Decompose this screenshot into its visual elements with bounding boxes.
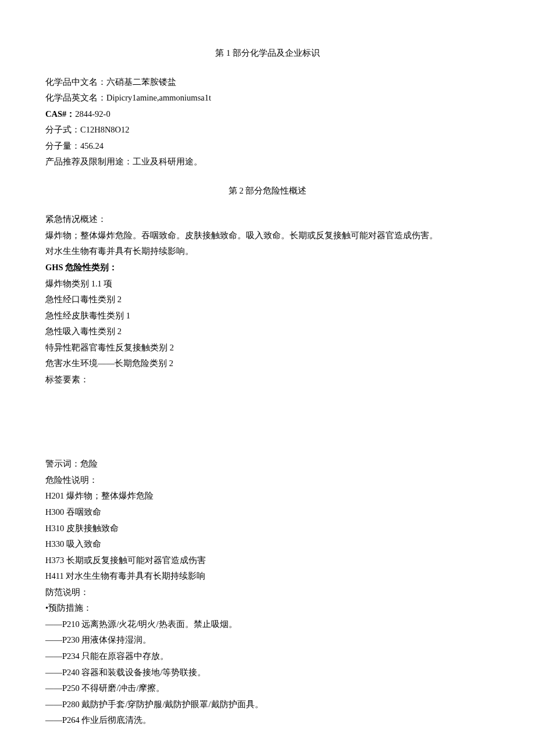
prevention-item: ——P280 戴防护手套/穿防护服/戴防护眼罩/戴防护面具。 xyxy=(45,697,490,713)
hazard-label: 危险性说明： xyxy=(45,472,490,489)
label-elements: 标签要素： xyxy=(45,372,490,388)
name-en-label: 化学品英文名： xyxy=(45,93,106,102)
prevention-item: ——P230 用液体保持湿润。 xyxy=(45,632,490,648)
hazard-item: H310 皮肤接触致命 xyxy=(45,521,490,537)
name-en-row: 化学品英文名：Dipicry1amine,ammoniumsa1t xyxy=(45,90,490,106)
hazard-item: H373 长期或反复接触可能对器官造成伤害 xyxy=(45,553,490,569)
prevention-item: ——P234 只能在原容器中存放。 xyxy=(45,648,490,665)
prevention-label: •预防措施： xyxy=(45,600,490,617)
use-value: 工业及科研用途。 xyxy=(133,157,202,166)
hazard-item: H201 爆炸物；整体爆炸危险 xyxy=(45,488,490,504)
ghs-item: 急性吸入毒性类别 2 xyxy=(45,324,490,340)
hazard-item: H330 吸入致命 xyxy=(45,536,490,553)
signal-word-row: 警示词：危险 xyxy=(45,456,490,472)
mw-value: 456.24 xyxy=(80,141,104,151)
use-label: 产品推荐及限制用途： xyxy=(45,157,133,166)
ghs-item: 特异性靶器官毒性反复接触类别 2 xyxy=(45,340,490,356)
pictogram-placeholder xyxy=(45,388,490,456)
section-1-body: 化学品中文名：六硝基二苯胺镂盐 化学品英文名：Dipicry1amine,amm… xyxy=(45,74,490,170)
ghs-item: 爆炸物类别 1.1 项 xyxy=(45,276,490,292)
name-cn-row: 化学品中文名：六硝基二苯胺镂盐 xyxy=(45,74,490,91)
name-cn-value: 六硝基二苯胺镂盐 xyxy=(106,77,176,87)
ghs-label: GHS 危险性类别： xyxy=(45,260,490,276)
emergency-line-2: 对水生生物有毒并具有长期持续影响。 xyxy=(45,243,490,260)
section-1-title: 第 1 部分化学品及企业标识 xyxy=(45,45,490,62)
formula-label: 分子式： xyxy=(45,125,80,134)
cas-label: CAS#： xyxy=(45,109,75,119)
prevention-item: ——P250 不得研磨/冲击/摩擦。 xyxy=(45,680,490,697)
prevention-item: ——P264 作业后彻底清洗。 xyxy=(45,712,490,729)
ghs-item: 危害水生环境——长期危险类别 2 xyxy=(45,356,490,372)
hazard-item: H411 对水生生物有毒并具有长期持续影响 xyxy=(45,568,490,585)
formula-value: C12H8N8O12 xyxy=(80,125,130,134)
signal-word-label: 警示词： xyxy=(45,459,80,468)
mw-label: 分子量： xyxy=(45,141,80,151)
signal-word-value: 危险 xyxy=(80,459,98,468)
formula-row: 分子式：C12H8N8O12 xyxy=(45,122,490,138)
cas-value: 2844-92-0 xyxy=(75,109,110,119)
name-cn-label: 化学品中文名： xyxy=(45,77,106,87)
ghs-item: 急性经皮肤毒性类别 1 xyxy=(45,308,490,324)
precaution-label: 防范说明： xyxy=(45,585,490,601)
mw-row: 分子量：456.24 xyxy=(45,138,490,155)
hazard-item: H300 吞咽致命 xyxy=(45,504,490,521)
ghs-item: 急性经口毒性类别 2 xyxy=(45,292,490,308)
section-2-body: 紧急情况概述： 爆炸物；整体爆炸危险。吞咽致命。皮肤接触致命。吸入致命。长期或反… xyxy=(45,212,490,728)
section-2-title: 第 2 部分危险性概述 xyxy=(45,183,490,199)
name-en-value: Dipicry1amine,ammoniumsa1t xyxy=(106,93,211,102)
emergency-line-1: 爆炸物；整体爆炸危险。吞咽致命。皮肤接触致命。吸入致命。长期或反复接触可能对器官… xyxy=(45,228,490,244)
cas-row: CAS#：2844-92-0 xyxy=(45,106,490,123)
emergency-label: 紧急情况概述： xyxy=(45,212,490,228)
prevention-item: ——P210 远离热源/火花/明火/热表面。禁止吸烟。 xyxy=(45,617,490,633)
prevention-item: ——P240 容器和装载设备接地/等势联接。 xyxy=(45,665,490,681)
use-row: 产品推荐及限制用途：工业及科研用途。 xyxy=(45,154,490,170)
